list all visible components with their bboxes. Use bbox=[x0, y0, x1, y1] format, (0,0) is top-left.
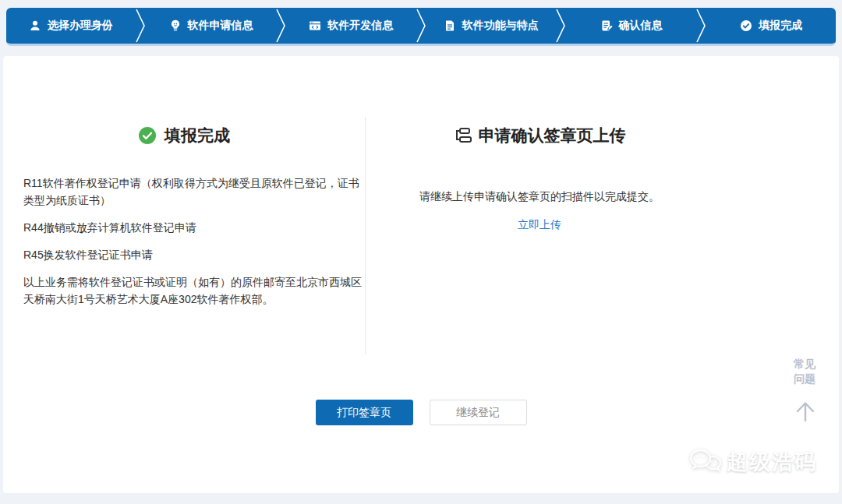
step-features[interactable]: 软件功能与特点 bbox=[426, 8, 556, 44]
print-signature-page-button[interactable]: 打印签章页 bbox=[316, 400, 413, 425]
step-separator bbox=[695, 8, 706, 44]
upload-flow-icon bbox=[454, 126, 472, 145]
success-check-icon bbox=[138, 126, 157, 145]
document-icon bbox=[444, 19, 456, 32]
step-label: 填报完成 bbox=[759, 19, 802, 33]
notice-text-block: R11软件著作权登记申请（权利取得方式为继受且原软件已登记，证书类型为纸质证书）… bbox=[23, 174, 363, 318]
upload-title: 申请确认签章页上传 bbox=[479, 125, 626, 146]
upload-description: 请继续上传申请确认签章页的扫描件以完成提交。 bbox=[368, 190, 711, 204]
faq-widget[interactable]: 常见 问题 bbox=[791, 357, 819, 386]
user-icon bbox=[29, 19, 41, 32]
action-buttons: 打印签章页 继续登记 bbox=[3, 400, 839, 425]
main-panel: 填报完成 R11软件著作权登记申请（权利取得方式为继受且原软件已登记，证书类型为… bbox=[3, 56, 839, 493]
step-identity[interactable]: 选择办理身份 bbox=[6, 8, 136, 44]
column-divider bbox=[365, 117, 366, 354]
watermark: 超级浩码 bbox=[688, 448, 817, 476]
step-label: 软件开发信息 bbox=[327, 19, 393, 33]
wechat-icon bbox=[688, 448, 723, 476]
notice-paragraph: R45换发软件登记证书申请 bbox=[23, 246, 363, 263]
step-label: 软件申请信息 bbox=[188, 19, 253, 33]
step-complete[interactable]: 填报完成 bbox=[706, 8, 836, 44]
notice-paragraph: R44撤销或放弃计算机软件登记申请 bbox=[23, 219, 363, 236]
step-confirm-info[interactable]: 确认信息 bbox=[567, 8, 696, 44]
arrow-up-icon bbox=[793, 399, 818, 424]
step-separator bbox=[136, 8, 147, 44]
upload-now-link[interactable]: 立即上传 bbox=[368, 218, 711, 232]
step-application-info[interactable]: 软件申请信息 bbox=[147, 8, 276, 44]
upload-heading: 申请确认签章页上传 bbox=[368, 125, 711, 146]
clipboard-edit-icon bbox=[600, 19, 613, 32]
step-separator bbox=[416, 8, 426, 44]
notice-paragraph: 以上业务需将软件登记证书或证明（如有）的原件邮寄至北京市西城区天桥南大街1号天桥… bbox=[23, 273, 363, 308]
notice-paragraph: R11软件著作权登记申请（权利取得方式为继受且原软件已登记，证书类型为纸质证书） bbox=[23, 174, 363, 209]
faq-label-line1: 常见 bbox=[791, 357, 819, 372]
step-separator bbox=[275, 8, 286, 44]
step-development-info[interactable]: 软件开发信息 bbox=[286, 8, 416, 44]
watermark-text: 超级浩码 bbox=[727, 448, 817, 476]
completion-heading: 填报完成 bbox=[3, 125, 365, 146]
bulb-icon bbox=[169, 19, 182, 32]
step-label: 软件功能与特点 bbox=[462, 19, 539, 33]
stepper-bar: 选择办理身份 软件申请信息 软件开发信息 软件功能与特点 确认信息 bbox=[6, 8, 836, 46]
step-separator bbox=[556, 8, 567, 44]
step-label: 确认信息 bbox=[619, 19, 663, 33]
completion-title: 填报完成 bbox=[165, 125, 230, 146]
check-circle-icon bbox=[740, 19, 752, 32]
step-label: 选择办理身份 bbox=[48, 19, 113, 33]
code-window-icon bbox=[309, 19, 321, 32]
back-to-top-button[interactable] bbox=[793, 399, 818, 424]
continue-registration-button[interactable]: 继续登记 bbox=[430, 400, 527, 425]
faq-label-line2: 问题 bbox=[791, 372, 819, 386]
